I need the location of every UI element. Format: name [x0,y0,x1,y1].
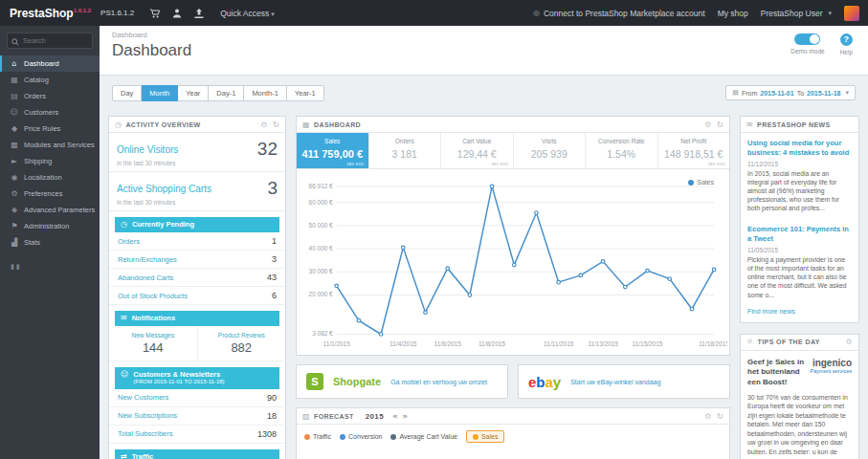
activity-overview-panel: ◷ ACTIVITY OVERVIEW ⚙↻ Online Visitors 3… [108,116,286,459]
help-icon[interactable]: ? [840,33,853,46]
sidebar-item-modules[interactable]: ▩Modules and Services [0,137,100,153]
avatar[interactable] [844,6,859,21]
kpi-sales[interactable]: Sales 411 759,00 € tax exc. [297,133,369,168]
svg-text:11/4/2015: 11/4/2015 [389,340,417,347]
sidebar-item-administration[interactable]: ⚑Administration [0,218,100,234]
demo-mode-label: Demo mode [790,48,824,55]
refresh-icon[interactable]: ↻ [717,120,723,129]
kpi-net-profit[interactable]: Net Profit 148 918,51 € tax exc. [658,133,730,168]
sidebar-item-localization[interactable]: ◉Localization [0,169,100,186]
ebay-promo[interactable]: ebay Start uw eBay-winkel vandaag [518,364,730,399]
svg-text:66 912 €: 66 912 € [309,183,333,189]
sidebar: ⌂Dashboard ▦Catalog ▤Orders ☺Customers ◆… [0,26,100,459]
svg-text:11/6/2015: 11/6/2015 [434,340,462,347]
filter-month-button[interactable]: Month [142,85,178,101]
date-range-picker[interactable]: ▤ From2015-11-01 To2015-11-18 ▾ [725,85,856,100]
my-shop-link[interactable]: My shop [718,9,748,18]
filter-year-button[interactable]: Year [178,85,209,101]
search-input[interactable] [23,36,88,45]
sidebar-item-catalog[interactable]: ▦Catalog [0,72,100,88]
new-subscriptions-row[interactable]: New Subscriptions18 [109,407,285,426]
chart-icon: ▟ [10,238,19,247]
tip-heading: Geef je Sales in het buitenland een Boos… [747,358,805,387]
legend-average-cart-value[interactable]: Average Cart Value [390,433,456,440]
next-year-icon[interactable]: » [402,411,408,421]
conversion-dot-icon [340,434,345,440]
sidebar-item-stats[interactable]: ▟Stats [0,234,100,251]
kpi-visits[interactable]: Visits 205 939 [514,133,587,168]
new-messages-cell[interactable]: New Messages 144 [109,326,197,361]
person-icon: ☺ [10,108,19,117]
refresh-icon[interactable]: ↻ [717,412,723,421]
active-carts-link[interactable]: Active Shopping Carts [117,184,211,194]
svg-text:11/11/2015: 11/11/2015 [544,340,574,347]
help-label: Help [840,49,853,55]
sidebar-item-dashboard[interactable]: ⌂Dashboard [0,55,100,72]
dashboard-panel: ▦ DASHBOARD ⚙↻ Sales 411 759,00 € tax ex… [296,116,730,356]
chevron-down-icon: ▾ [271,11,275,18]
sidebar-item-shipping[interactable]: ►Shipping [0,153,100,169]
kpi-cart-value[interactable]: Cart Value 129,44 € tax exc. [441,133,514,168]
filter-month-1-button[interactable]: Month-1 [244,85,287,101]
traffic-dot-icon [304,434,310,440]
sidebar-item-advanced-parameters[interactable]: ◈Advanced Parameters [0,202,100,218]
demo-mode-toggle[interactable] [794,33,820,45]
new-customers-row[interactable]: New Customers90 [109,389,285,407]
sidebar-item-orders[interactable]: ▤Orders [0,88,100,104]
forecast-icon: ▧ [302,412,310,421]
kpi-conversion-rate[interactable]: Conversion Rate 1.54% [586,133,658,168]
sidebar-search[interactable] [7,33,93,49]
gear-icon[interactable]: ⚙ [260,120,268,129]
receipt-icon: ▤ [10,92,19,100]
sales-dot-icon [473,434,479,440]
abandoned-carts-row[interactable]: Abandoned Carts43 [109,269,285,287]
sidebar-item-preferences[interactable]: ⚙Preferences [0,186,100,202]
user-menu[interactable]: PrestaShop User▾ [761,9,832,18]
shopgate-brand: Shopgate [333,376,381,387]
filter-day-button[interactable]: Day [112,85,142,101]
product-reviews-cell[interactable]: Product Reviews 882 [197,326,286,361]
quick-access-menu[interactable]: Quick Access▾ [220,9,275,18]
marketplace-connect-link[interactable]: ◎Connect to PrestaShop Marketplace accou… [533,9,705,18]
gear-icon[interactable]: ⚙ [845,338,853,346]
cart-icon[interactable] [149,8,161,19]
filter-day-1-button[interactable]: Day-1 [209,85,244,101]
online-visitors-link[interactable]: Online Visitors [117,144,178,155]
gear-icon[interactable]: ⚙ [704,412,712,421]
svg-text:11/8/2015: 11/8/2015 [479,340,506,347]
sidebar-item-customers[interactable]: ☺Customers [0,104,100,120]
total-subscribers-row[interactable]: Total Subscribers1308 [109,426,285,444]
out-of-stock-row[interactable]: Out of Stock Products6 [109,287,285,305]
legend-traffic[interactable]: Traffic [304,433,331,440]
logo-version: 1.6.1.2 [74,8,91,13]
gear-icon[interactable]: ⚙ [704,120,712,129]
news-article-title[interactable]: Using social media for your business: 4 … [747,139,852,158]
legend-conversion[interactable]: Conversion [340,433,382,440]
shopgate-promo[interactable]: S Shopgate Ga mobiel en verhoog uw omzet [296,364,508,399]
sidebar-item-price-rules[interactable]: ◆Price Rules [0,120,100,137]
shopgate-promo-link[interactable]: Ga mobiel en verhoog uw omzet [390,379,487,385]
pending-orders-row[interactable]: Orders1 [109,232,285,251]
search-icon [11,33,19,50]
pending-returns-row[interactable]: Return/Exchanges3 [109,251,285,269]
forecast-panel-title: FORECAST [314,413,354,420]
page-title: Dashboard [112,41,868,60]
forecast-legend: Traffic Conversion Average Cart Value Sa… [297,425,729,448]
filter-year-1-button[interactable]: Year-1 [287,85,324,101]
legend-sales[interactable]: Sales [466,430,505,443]
demo-mode-control: Demo mode [790,33,824,55]
kpi-orders[interactable]: Orders 3 181 [369,133,442,168]
refresh-icon[interactable]: ↻ [273,120,279,129]
ebay-promo-link[interactable]: Start uw eBay-winkel vandaag [570,379,660,385]
svg-text:11/13/2015: 11/13/2015 [588,340,618,347]
sidebar-collapse-button[interactable]: ▮▮ [11,263,100,271]
user-icon[interactable] [171,8,183,19]
find-more-news-link[interactable]: Find more news [741,306,858,322]
news-article-title[interactable]: Ecommerce 101: Payments in a Tweet [747,225,852,244]
wrench-icon: ◈ [10,206,19,214]
upload-icon[interactable] [193,8,205,19]
prev-year-icon[interactable]: « [392,411,398,421]
prestashop-logo[interactable]: PrestaShop1.6.1.2 [10,7,91,20]
forecast-year-select[interactable]: 2015 [366,412,384,421]
gear-icon: ⚙ [10,189,19,198]
